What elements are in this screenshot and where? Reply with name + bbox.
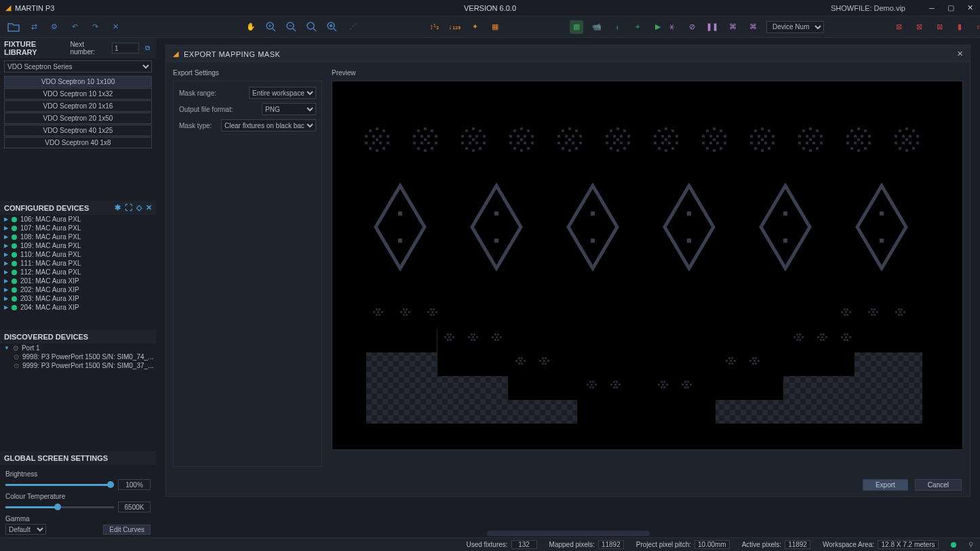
mask-range-select[interactable]: Entire workspace bbox=[249, 87, 316, 99]
zoom-in-icon[interactable] bbox=[264, 20, 278, 34]
statusbar: Used fixtures:132 Mapped pixels:11892 Pr… bbox=[0, 537, 980, 551]
fixture-item[interactable]: VDO Sceptron 20 1x50 bbox=[4, 113, 152, 124]
settings-icon[interactable]: ⚙ bbox=[47, 20, 61, 34]
status-dot-icon bbox=[12, 226, 17, 231]
output-format-select[interactable]: PNG bbox=[262, 103, 316, 115]
active-pixels-label: Active pixels: bbox=[742, 541, 781, 548]
expand-icon[interactable]: ▶ bbox=[4, 243, 8, 249]
zoom-out-icon[interactable] bbox=[285, 20, 298, 34]
fixture-series-select[interactable]: VDO Sceptron Series bbox=[4, 60, 152, 73]
cfg-close-icon[interactable]: ✕ bbox=[146, 203, 152, 212]
target-icon[interactable]: ⌖ bbox=[631, 20, 644, 34]
export-mapping-mask-dialog: ◢ EXPORT MAPPING MASK ✕ Export Settings … bbox=[165, 45, 971, 497]
zoom-fit-icon[interactable] bbox=[305, 20, 319, 34]
gamma-select[interactable]: Default bbox=[5, 524, 46, 535]
next-number-input[interactable] bbox=[112, 43, 139, 54]
fx1-icon[interactable]: ⚹ bbox=[665, 20, 678, 34]
copy-icon[interactable]: ⧉ bbox=[143, 43, 152, 53]
pixel-pitch-label: Project pixel pitch: bbox=[636, 541, 691, 548]
device-row[interactable]: ▶112: MAC Aura PXL bbox=[0, 268, 156, 277]
order123-icon[interactable]: ↓₁₂₃ bbox=[448, 20, 461, 34]
stop-icon[interactable]: ⊘ bbox=[685, 20, 699, 34]
route-icon[interactable]: ⋰ bbox=[346, 20, 359, 34]
colour-temperature-slider[interactable] bbox=[5, 502, 114, 512]
device-row[interactable]: ▶109: MAC Aura PXL bbox=[0, 241, 156, 250]
undo-icon[interactable]: ↶ bbox=[68, 20, 81, 34]
expand-icon[interactable]: ▶ bbox=[4, 260, 8, 266]
dialog-close-button[interactable]: ✕ bbox=[957, 49, 963, 58]
expand-icon[interactable]: ▼ bbox=[4, 345, 9, 351]
link1-icon[interactable]: ⌘ bbox=[726, 20, 739, 34]
expand-icon[interactable]: ▶ bbox=[4, 216, 8, 222]
expand-icon[interactable]: ▶ bbox=[4, 269, 8, 275]
close-button[interactable]: ✕ bbox=[965, 3, 975, 13]
cancel-button[interactable]: Cancel bbox=[915, 479, 962, 491]
grid-tool-icon[interactable]: ▦ bbox=[488, 20, 502, 34]
mixer-icon[interactable]: ⫞ bbox=[610, 20, 624, 34]
expand-icon[interactable]: ▶ bbox=[4, 278, 8, 284]
status-dot-icon bbox=[12, 296, 17, 302]
open-file-icon[interactable] bbox=[7, 20, 20, 34]
port-row[interactable]: ▼ ⊙ Port 1 bbox=[0, 344, 156, 352]
device-row[interactable]: ▶201: MAC Aura XIP bbox=[0, 277, 156, 285]
play-icon[interactable]: ▶ bbox=[651, 20, 665, 34]
fixture-item[interactable]: VDO Sceptron 20 1x16 bbox=[4, 100, 152, 112]
mapped-pixels-label: Mapped pixels: bbox=[549, 541, 595, 548]
device-row[interactable]: ▶106: MAC Aura PXL bbox=[0, 215, 156, 224]
output-format-label: Output file format: bbox=[179, 106, 262, 113]
expand-icon[interactable]: ▶ bbox=[4, 225, 8, 231]
maximize-button[interactable]: ▢ bbox=[946, 3, 956, 13]
err2-icon[interactable]: ⊠ bbox=[912, 20, 926, 34]
device-row[interactable]: ▶107: MAC Aura PXL bbox=[0, 224, 156, 232]
tools-icon[interactable]: ✕ bbox=[109, 20, 122, 34]
device-row[interactable]: ▶202: MAC Aura XIP bbox=[0, 285, 156, 294]
order12-icon[interactable]: ↕¹₂ bbox=[427, 20, 441, 34]
horizontal-scrollbar[interactable] bbox=[487, 531, 650, 536]
pause-icon[interactable]: ❚❚ bbox=[705, 20, 719, 34]
spark-icon[interactable]: ✦ bbox=[468, 20, 482, 34]
edit-curves-button[interactable]: Edit Curves bbox=[103, 525, 151, 535]
mask-type-select[interactable]: Clear fixtures on black background bbox=[221, 119, 316, 131]
expand-icon[interactable]: ▶ bbox=[4, 234, 8, 240]
brightness-slider[interactable] bbox=[5, 480, 114, 489]
pan-icon[interactable]: ✋ bbox=[244, 20, 258, 34]
pin-icon[interactable]: ⚲ bbox=[968, 541, 973, 548]
fixture-item[interactable]: VDO Sceptron 10 1x100 bbox=[4, 76, 152, 87]
device-row[interactable]: ▶110: MAC Aura PXL bbox=[0, 250, 156, 259]
err1-icon[interactable]: ⊠ bbox=[892, 20, 905, 34]
brightness-value[interactable] bbox=[118, 479, 151, 490]
fixture-item[interactable]: VDO Sceptron 10 1x32 bbox=[4, 88, 152, 100]
export-button[interactable]: Export bbox=[863, 479, 908, 491]
cfg-diamond-icon[interactable]: ◇ bbox=[136, 203, 142, 212]
device-label: 203: MAC Aura XIP bbox=[20, 295, 79, 302]
colour-temperature-value[interactable] bbox=[118, 502, 151, 512]
zoom-sel-icon[interactable] bbox=[326, 20, 339, 34]
discovered-item[interactable]: ⊙9998: P3 PowerPort 1500 S/N: SIM0_74_..… bbox=[0, 352, 156, 361]
expand-icon[interactable]: ▶ bbox=[4, 304, 8, 310]
cfg-spark-icon[interactable]: ✱ bbox=[115, 203, 121, 212]
cfg-collapse-icon[interactable]: ⛶ bbox=[125, 203, 132, 212]
discovered-item[interactable]: ⊙9999: P3 PowerPort 1500 S/N: SIM0_37_..… bbox=[0, 361, 156, 370]
device-row[interactable]: ▶108: MAC Aura PXL bbox=[0, 232, 156, 241]
expand-icon[interactable]: ▶ bbox=[4, 295, 8, 302]
device-mode-select[interactable]: Device Num bbox=[766, 21, 824, 33]
minimize-button[interactable]: ─ bbox=[927, 3, 937, 13]
fixture-item[interactable]: VDO Sceptron 40 1x25 bbox=[4, 125, 152, 136]
status-dot-icon bbox=[12, 217, 17, 222]
link2-icon[interactable]: ⌘ bbox=[746, 20, 760, 34]
expand-icon[interactable]: ▶ bbox=[4, 287, 8, 293]
battery-icon[interactable]: ▮ bbox=[953, 20, 966, 34]
device-row[interactable]: ▶204: MAC Aura XIP bbox=[0, 303, 156, 312]
err3-icon[interactable]: ⊠ bbox=[933, 20, 946, 34]
device-label: 107: MAC Aura PXL bbox=[20, 224, 81, 232]
play-area-icon[interactable]: ▩ bbox=[570, 20, 583, 34]
redo-icon[interactable]: ↷ bbox=[88, 20, 102, 34]
device-row[interactable]: ▶111: MAC Aura PXL bbox=[0, 259, 156, 268]
fixture-item[interactable]: VDO Sceptron 40 1x8 bbox=[4, 137, 152, 148]
monitor-icon[interactable]: ▭ bbox=[973, 20, 980, 34]
discovered-device-list: ▼ ⊙ Port 1 ⊙9998: P3 PowerPort 1500 S/N:… bbox=[0, 344, 156, 370]
camera-icon[interactable]: 📹 bbox=[590, 20, 604, 34]
import-icon[interactable]: ⇄ bbox=[27, 20, 41, 34]
device-row[interactable]: ▶203: MAC Aura XIP bbox=[0, 294, 156, 303]
expand-icon[interactable]: ▶ bbox=[4, 251, 8, 258]
